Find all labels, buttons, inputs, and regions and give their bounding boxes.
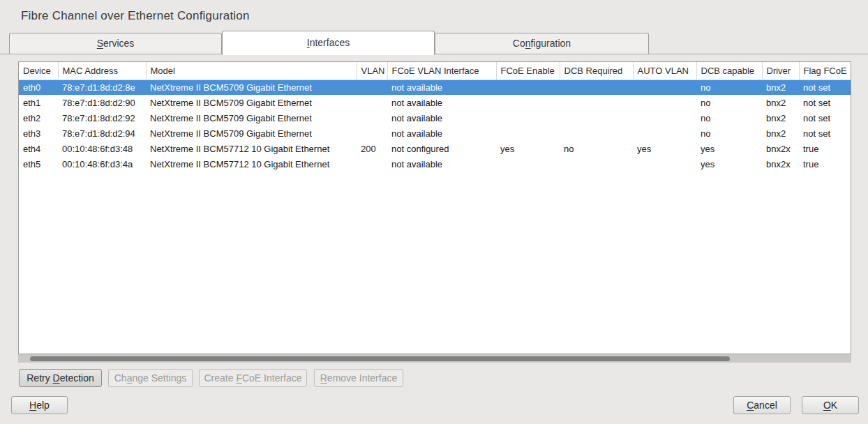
ok-label: OK [823,400,837,411]
cell-fcoe-enable [496,95,560,110]
cell-fcoe-enable: yes [496,141,560,156]
cell-auto-vlan [633,156,696,172]
cell-mac: 78:e7:d1:8d:d2:8e [58,80,146,95]
retry-detection-label: Retry Detection [27,372,94,384]
col-dcb-required[interactable]: DCB Required [560,62,633,80]
cancel-label: Cancel [747,400,777,411]
cell-fcoe-vlan-interface: not available [387,95,496,110]
cell-vlan: 200 [357,141,387,156]
cell-model: NetXtreme II BCM5709 Gigabit Ethernet [146,110,357,126]
cell-device: eth3 [19,126,58,141]
cell-dcb-capable: no [696,110,762,126]
col-fcoe-enable[interactable]: FCoE Enable [496,62,560,80]
cell-model: NetXtreme II BCM57712 10 Gigabit Etherne… [146,156,357,172]
table-row-eth2[interactable]: eth2 78:e7:d1:8d:d2:92 NetXtreme II BCM5… [19,110,851,126]
cell-vlan [357,80,387,95]
table-row-eth3[interactable]: eth3 78:e7:d1:8d:d2:94 NetXtreme II BCM5… [19,126,851,141]
table-row-eth4[interactable]: eth4 00:10:48:6f:d3:48 NetXtreme II BCM5… [19,141,851,156]
col-vlan[interactable]: VLAN [357,62,387,80]
cell-vlan [357,156,387,172]
cell-dcb-required: no [560,141,633,156]
cell-device: eth2 [19,110,58,126]
cell-dcb-capable: no [696,126,762,141]
cell-dcb-capable: yes [696,141,762,156]
cell-mac: 78:e7:d1:8d:d2:94 [58,126,146,141]
cell-auto-vlan [633,95,696,110]
col-fcoe-vlan-interface[interactable]: FCoE VLAN Interface [387,62,496,80]
cell-fcoe-enable [496,80,560,95]
tab-configuration[interactable]: Configuration [435,33,649,54]
change-settings-button[interactable]: Change Settings [108,369,193,387]
cell-model: NetXtreme II BCM5709 Gigabit Ethernet [146,126,357,141]
cell-flag-fcoe: not set [799,95,851,110]
cell-dcb-capable: no [696,80,762,95]
cell-driver: bnx2 [762,95,799,110]
col-auto-vlan[interactable]: AUTO VLAN [633,62,696,80]
interfaces-table: Device MAC Address Model VLAN FCoE VLAN … [18,61,851,354]
cell-device: eth5 [19,156,58,172]
cancel-button[interactable]: Cancel [733,396,791,414]
cell-fcoe-enable [496,126,560,141]
cell-device: eth4 [19,141,58,156]
cell-flag-fcoe: true [799,141,851,156]
cell-driver: bnx2 [762,110,799,126]
col-flag-fcoe[interactable]: Flag FCoE [799,62,851,80]
cell-model: NetXtreme II BCM57712 10 Gigabit Etherne… [146,141,357,156]
cell-mac: 00:10:48:6f:d3:48 [58,141,146,156]
table-header-row: Device MAC Address Model VLAN FCoE VLAN … [19,62,851,80]
col-dcb-capable[interactable]: DCB capable [696,62,762,80]
cell-model: NetXtreme II BCM5709 Gigabit Ethernet [146,95,357,110]
cell-driver: bnx2x [762,141,799,156]
cell-mac: 00:10:48:6f:d3:4a [58,156,146,172]
tab-interfaces-label: Interfaces [307,37,350,48]
table-row-eth0[interactable]: eth0 78:e7:d1:8d:d2:8e NetXtreme II BCM5… [19,80,851,95]
change-settings-label: Change Settings [114,372,187,384]
tab-interfaces[interactable]: Interfaces [222,31,435,55]
cell-fcoe-enable [496,156,560,172]
tab-services-label: Services [97,38,135,49]
create-fcoe-interface-label: Create FCoE Interface [204,372,301,384]
cell-fcoe-vlan-interface: not available [387,80,496,95]
retry-detection-button[interactable]: Retry Detection [19,369,102,387]
cell-mac: 78:e7:d1:8d:d2:90 [58,95,146,110]
cell-vlan [357,95,387,110]
cell-auto-vlan: yes [633,141,696,156]
cell-dcb-required [560,110,633,126]
cell-dcb-required [560,95,633,110]
create-fcoe-interface-button[interactable]: Create FCoE Interface [199,369,307,387]
cell-dcb-required [560,80,633,95]
cell-flag-fcoe: not set [799,126,851,141]
cell-dcb-required [560,156,633,172]
page-title: Fibre Channel over Ethernet Configuratio… [21,9,250,23]
tab-services[interactable]: Services [9,33,222,54]
cell-model: NetXtreme II BCM5709 Gigabit Ethernet [146,80,357,95]
cell-fcoe-vlan-interface: not available [387,110,496,126]
horizontal-scrollbar[interactable] [18,354,851,363]
tab-configuration-label: Configuration [513,38,571,49]
col-mac-address[interactable]: MAC Address [58,62,146,80]
ok-button[interactable]: OK [802,396,859,414]
cell-driver: bnx2 [762,80,799,95]
cell-driver: bnx2 [762,126,799,141]
cell-flag-fcoe: true [799,156,851,172]
horizontal-scrollbar-thumb[interactable] [30,356,730,361]
cell-auto-vlan [633,80,696,95]
col-device[interactable]: Device [19,62,58,80]
cell-auto-vlan [633,110,696,126]
cell-flag-fcoe: not set [799,110,851,126]
table-row-eth1[interactable]: eth1 78:e7:d1:8d:d2:90 NetXtreme II BCM5… [19,95,851,110]
cell-fcoe-enable [496,110,560,126]
col-driver[interactable]: Driver [762,62,799,80]
table-row-eth5[interactable]: eth5 00:10:48:6f:d3:4a NetXtreme II BCM5… [19,156,851,172]
cell-dcb-capable: yes [696,156,762,172]
help-button[interactable]: Help [11,396,68,414]
cell-vlan [357,126,387,141]
remove-interface-label: Remove Interface [320,372,398,384]
cell-device: eth1 [19,95,58,110]
col-model[interactable]: Model [146,62,357,80]
help-label: Help [29,400,50,411]
cell-mac: 78:e7:d1:8d:d2:92 [58,110,146,126]
cell-driver: bnx2x [762,156,799,172]
cell-fcoe-vlan-interface: not available [387,126,496,141]
remove-interface-button[interactable]: Remove Interface [314,369,403,387]
